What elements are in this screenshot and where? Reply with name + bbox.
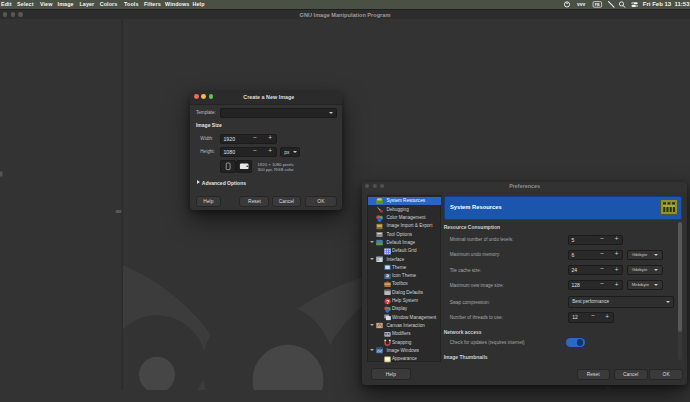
svg-text:vvv: vvv [577, 1, 586, 7]
svg-text:FB: FB [595, 3, 600, 7]
svg-text:?: ? [386, 298, 390, 304]
